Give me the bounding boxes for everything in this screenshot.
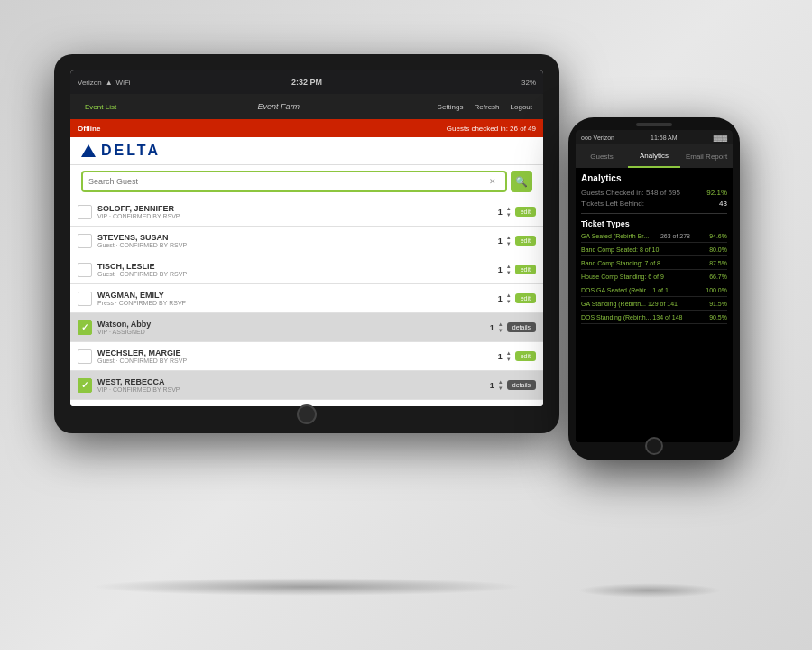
ticket-type-count: 263 of 278 (660, 233, 690, 239)
search-bar: ✕ 🔍 (70, 165, 543, 198)
guest-checkbox[interactable] (78, 263, 92, 277)
ticket-stepper[interactable]: ▲▼ (506, 264, 512, 275)
guest-row: Watson, AbbyVIP · ASSIGNED1▲▼details (70, 313, 543, 342)
ticket-stepper[interactable]: ▲▼ (506, 235, 512, 246)
phone-nav-tabs: GuestsAnalyticsEmail Report (576, 144, 733, 168)
settings-button[interactable]: Settings (434, 103, 467, 111)
event-list-button[interactable]: Event List (78, 103, 124, 111)
details-button[interactable]: details (507, 322, 536, 332)
guest-row: WEST, REBECCAVIP · CONFIRMED BY RSVP1▲▼d… (70, 371, 543, 400)
ticket-type-label: Band Comp Standing: 7 of 8 (581, 260, 690, 266)
search-input[interactable] (88, 177, 489, 186)
guest-row: TISCH, LESLIEGuest · CONFIRMED BY RSVP1▲… (70, 255, 543, 284)
tickets-left-count: 43 (719, 200, 727, 208)
ticket-count: 1 (498, 208, 503, 217)
guest-sub: Guest · CONFIRMED BY RSVP (97, 242, 498, 248)
guest-checkbox[interactable] (78, 349, 92, 364)
phone-tab-guests[interactable]: Guests (576, 144, 628, 168)
ticket-type-row: GA Standing (Rebirth... 129 of 14191.5% (581, 301, 727, 311)
guest-info: WEST, REBECCAVIP · CONFIRMED BY RSVP (97, 377, 490, 393)
tablet-nav-actions: Settings Refresh Logout (434, 103, 536, 111)
guest-name: STEVENS, SUSAN (97, 233, 498, 242)
ticket-type-label: DOS GA Seated (Rebir... 1 of 1 (581, 287, 690, 293)
ticket-types-title: Ticket Types (581, 219, 727, 228)
ticket-type-pct: 90.5% (696, 314, 727, 320)
tablet-home-button[interactable] (297, 404, 317, 424)
guest-checkbox[interactable] (78, 234, 92, 248)
guest-checkbox[interactable] (78, 205, 92, 219)
ticket-type-pct: 80.0% (696, 246, 727, 253)
phone-tab-analytics[interactable]: Analytics (628, 144, 680, 168)
ticket-stepper[interactable]: ▲▼ (498, 379, 503, 391)
app-title: Event Farm (124, 102, 433, 111)
ticket-stepper[interactable]: ▲▼ (506, 206, 512, 218)
ticket-count: 1 (498, 237, 503, 246)
ticket-type-row: House Comp Standing: 6 of 966.7% (581, 274, 727, 283)
ticket-types-list: GA Seated (Rebirth Br...263 of 27894.6%B… (581, 233, 727, 324)
offline-status: Offline (78, 125, 100, 133)
phone-screen: ooo Verizon 11:58 AM ▓▓▓ GuestsAnalytics… (576, 130, 733, 442)
ticket-stepper[interactable]: ▲▼ (506, 350, 512, 362)
refresh-button[interactable]: Refresh (471, 103, 503, 111)
clear-icon[interactable]: ✕ (489, 177, 496, 186)
scene: Verizon ▲ WiFi 2:32 PM 32% Event List Ev… (0, 0, 812, 650)
guest-row: SOLOFF, JENNIFERVIP · CONFIRMED BY RSVP1… (70, 198, 543, 227)
guest-controls: 1▲▼edit (498, 350, 536, 362)
guest-info: TISCH, LESLIEGuest · CONFIRMED BY RSVP (97, 262, 498, 277)
analytics-title: Analytics (581, 173, 727, 183)
tablet-screen: Verizon ▲ WiFi 2:32 PM 32% Event List Ev… (70, 70, 543, 406)
edit-button[interactable]: edit (515, 351, 536, 361)
phone-time: 11:58 AM (651, 135, 678, 141)
edit-button[interactable]: edit (515, 265, 536, 274)
ticket-type-row: GA Seated (Rebirth Br...263 of 27894.6% (581, 233, 727, 243)
ticket-type-row: DOS Standing (Rebirth... 134 of 14890.5% (581, 314, 727, 324)
guest-controls: 1▲▼details (490, 379, 536, 391)
tablet-shadow (90, 578, 523, 596)
ticket-type-label: Band Comp Seated: 8 of 10 (581, 246, 690, 253)
search-input-wrap: ✕ (81, 171, 507, 192)
ticket-type-label: House Comp Standing: 6 of 9 (581, 274, 690, 280)
guest-checkbox[interactable] (78, 320, 92, 335)
edit-button[interactable]: edit (515, 236, 536, 246)
logout-button[interactable]: Logout (507, 103, 536, 111)
guest-info: WECHSLER, MARGIEGuest · CONFIRMED BY RSV… (97, 348, 498, 364)
ticket-type-label: DOS Standing (Rebirth... 134 of 148 (581, 314, 690, 320)
guest-sub: VIP · CONFIRMED BY RSVP (97, 386, 490, 393)
guest-sub: Guest · CONFIRMED BY RSVP (97, 358, 498, 364)
delta-brand-name: DELTA (101, 143, 161, 159)
guest-sub: VIP · ASSIGNED (97, 329, 490, 335)
edit-button[interactable]: edit (515, 207, 536, 217)
guest-name: WEST, REBECCA (97, 377, 490, 386)
guest-controls: 1▲▼edit (498, 206, 536, 218)
guest-sub: Press · CONFIRMED BY RSVP (97, 300, 498, 306)
guest-row: STEVENS, SUSANGuest · CONFIRMED BY RSVP1… (70, 227, 543, 255)
guest-list: SOLOFF, JENNIFERVIP · CONFIRMED BY RSVP1… (70, 198, 543, 406)
guest-row: WAGMAN, EMILYPress · CONFIRMED BY RSVP1▲… (70, 284, 543, 313)
guest-sub: Guest · CONFIRMED BY RSVP (97, 271, 498, 277)
guest-controls: 1▲▼edit (498, 292, 536, 304)
guest-info: Watson, AbbyVIP · ASSIGNED (97, 320, 490, 335)
guest-row: WECHSLER, MARGIEGuest · CONFIRMED BY RSV… (70, 342, 543, 371)
ticket-type-label: GA Standing (Rebirth... 129 of 141 (581, 301, 690, 307)
guests-checked-label: Guests Checked in: 548 of 595 (581, 189, 680, 197)
ticket-type-pct: 87.5% (696, 260, 727, 266)
tablet-time: 2:32 PM (291, 78, 322, 87)
delta-header: DELTA (70, 137, 543, 165)
details-button[interactable]: details (507, 380, 536, 390)
ticket-type-pct: 66.7% (696, 274, 727, 280)
divider (581, 213, 727, 214)
search-button[interactable]: 🔍 (511, 171, 532, 192)
tablet-navbar: Event List Event Farm Settings Refresh L… (70, 94, 543, 119)
ticket-stepper[interactable]: ▲▼ (506, 292, 512, 304)
phone-home-button[interactable] (645, 437, 663, 455)
guests-checked-pct: 92.1% (706, 189, 727, 197)
phone-tab-email-report[interactable]: Email Report (680, 144, 733, 168)
guest-info: SOLOFF, JENNIFERVIP · CONFIRMED BY RSVP (97, 204, 498, 219)
tablet-carrier: Verizon ▲ WiFi (78, 79, 291, 87)
ticket-stepper[interactable]: ▲▼ (498, 321, 503, 333)
ticket-count: 1 (498, 294, 503, 303)
guest-info: STEVENS, SUSANGuest · CONFIRMED BY RSVP (97, 233, 498, 248)
edit-button[interactable]: edit (515, 293, 536, 303)
guest-checkbox[interactable] (78, 378, 92, 393)
guest-checkbox[interactable] (78, 292, 92, 306)
